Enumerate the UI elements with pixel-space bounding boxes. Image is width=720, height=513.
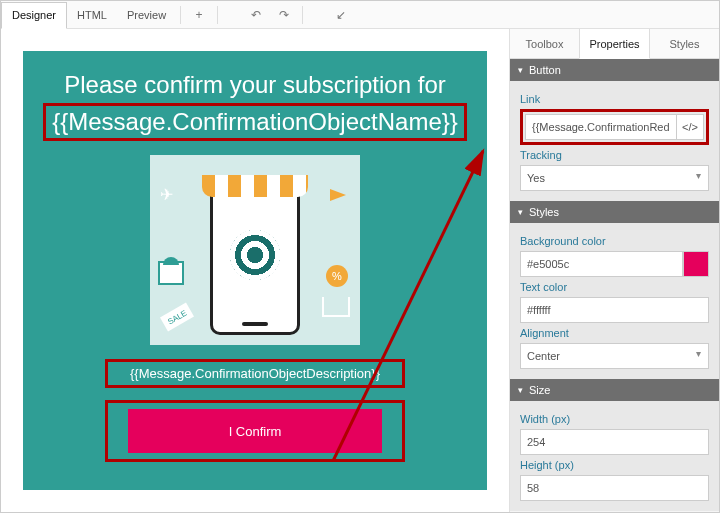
width-label: Width (px) (520, 413, 709, 425)
paper-plane-icon: ✈ (160, 185, 173, 204)
gift-icon (158, 261, 184, 285)
link-label: Link (520, 93, 709, 105)
headline-text: Please confirm your subscription for (43, 69, 467, 101)
alignment-select[interactable] (520, 343, 709, 369)
chevron-down-icon: ▾ (518, 385, 523, 395)
height-input[interactable] (520, 475, 709, 501)
awning-icon (202, 175, 308, 197)
section-styles-title: Styles (529, 206, 559, 218)
tab-preview[interactable]: Preview (117, 1, 176, 28)
cart-icon (322, 297, 350, 317)
object-name-placeholder: {{Message.ConfirmationObjectName}} (43, 103, 467, 141)
alignment-label: Alignment (520, 327, 709, 339)
chevron-down-icon: ▾ (518, 207, 523, 217)
description-placeholder: {{Message.ConfirmationObjectDescription}… (105, 359, 405, 388)
section-styles-body: Background color Text color Alignment (510, 223, 719, 379)
text-color-label: Text color (520, 281, 709, 293)
tab-properties[interactable]: Properties (579, 29, 650, 59)
megaphone-icon (330, 189, 346, 201)
tracking-select[interactable] (520, 165, 709, 191)
separator (180, 6, 181, 24)
chevron-down-icon: ▾ (518, 65, 523, 75)
tab-toolbox[interactable]: Toolbox (510, 29, 579, 58)
side-panel: Toolbox Properties Styles ▾Button Link <… (509, 29, 719, 512)
section-button-title: Button (529, 64, 561, 76)
tab-designer[interactable]: Designer (1, 2, 67, 29)
sale-tag-icon: SALE (160, 303, 194, 332)
code-editor-button[interactable]: </> (676, 114, 704, 140)
tab-html[interactable]: HTML (67, 1, 117, 28)
separator (302, 6, 303, 24)
email-canvas[interactable]: Please confirm your subscription for {{M… (23, 51, 487, 490)
section-styles-header[interactable]: ▾Styles (510, 201, 719, 223)
side-tab-bar: Toolbox Properties Styles (510, 29, 719, 59)
section-size-title: Size (529, 384, 550, 396)
hero-image: SALE % ✈ (150, 155, 360, 345)
confirm-button-highlight: I Confirm (105, 400, 405, 462)
side-panel-body: ▾Button Link </> Tracking ▾Styles Backgr… (510, 59, 719, 512)
top-tab-bar: Designer HTML Preview + ↶ ↷ ↙ (1, 1, 719, 29)
main-area: Please confirm your subscription for {{M… (1, 29, 719, 512)
section-button-body: Link </> Tracking (510, 81, 719, 201)
redo-button[interactable]: ↷ (270, 1, 298, 28)
confirm-button[interactable]: I Confirm (128, 409, 382, 453)
canvas-wrap: Please confirm your subscription for {{M… (1, 29, 509, 512)
phone-illustration (210, 180, 300, 335)
text-color-input[interactable] (520, 297, 709, 323)
add-button[interactable]: + (185, 1, 213, 28)
link-input[interactable] (525, 114, 676, 140)
bg-color-swatch[interactable] (683, 251, 709, 277)
app-root: Designer HTML Preview + ↶ ↷ ↙ Please con… (0, 0, 720, 513)
target-icon (230, 230, 280, 280)
section-button-header[interactable]: ▾Button (510, 59, 719, 81)
undo-button[interactable]: ↶ (242, 1, 270, 28)
separator (217, 6, 218, 24)
percent-icon: % (326, 265, 348, 287)
section-size-header[interactable]: ▾Size (510, 379, 719, 401)
collapse-button[interactable]: ↙ (327, 1, 355, 28)
width-input[interactable] (520, 429, 709, 455)
tracking-label: Tracking (520, 149, 709, 161)
section-size-body: Width (px) Height (px) (510, 401, 719, 511)
bg-color-label: Background color (520, 235, 709, 247)
tab-styles[interactable]: Styles (650, 29, 719, 58)
height-label: Height (px) (520, 459, 709, 471)
link-field-highlight: </> (520, 109, 709, 145)
bg-color-input[interactable] (520, 251, 683, 277)
